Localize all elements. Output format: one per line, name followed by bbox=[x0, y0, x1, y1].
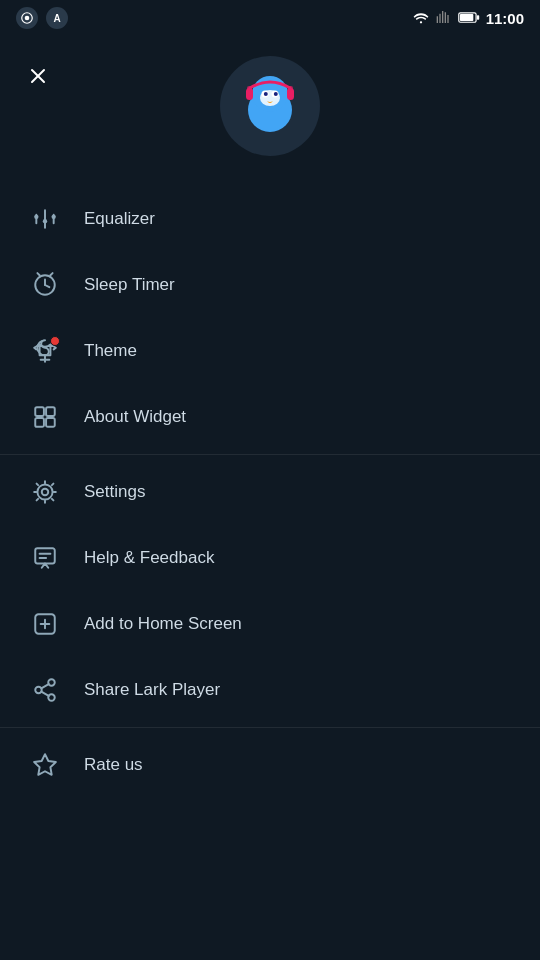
about-widget-label: About Widget bbox=[84, 407, 186, 427]
status-bar: A 11:00 bbox=[0, 0, 540, 36]
rate-us-label: Rate us bbox=[84, 755, 143, 775]
settings-icon bbox=[28, 475, 62, 509]
svg-rect-4 bbox=[476, 15, 478, 20]
app-logo-area bbox=[0, 56, 540, 156]
menu-item-equalizer[interactable]: Equalizer bbox=[0, 186, 540, 252]
wifi-icon bbox=[412, 10, 430, 27]
svg-point-21 bbox=[43, 219, 47, 223]
svg-rect-32 bbox=[46, 407, 55, 416]
menu-item-settings[interactable]: Settings bbox=[0, 459, 540, 525]
svg-marker-48 bbox=[34, 754, 56, 775]
theme-icon bbox=[28, 334, 62, 368]
app-logo-circle bbox=[220, 56, 320, 156]
status-right: 11:00 bbox=[412, 10, 524, 27]
settings-label: Settings bbox=[84, 482, 145, 502]
svg-point-19 bbox=[34, 215, 38, 219]
signal-icon bbox=[436, 10, 452, 27]
menu-item-help-feedback[interactable]: Help & Feedback bbox=[0, 525, 540, 591]
help-feedback-label: Help & Feedback bbox=[84, 548, 214, 568]
svg-line-28 bbox=[50, 273, 52, 275]
svg-point-12 bbox=[264, 92, 268, 96]
theme-badge bbox=[50, 336, 60, 346]
menu-item-rate-us[interactable]: Rate us bbox=[0, 732, 540, 798]
menu-item-sleep-timer[interactable]: Sleep Timer bbox=[0, 252, 540, 318]
theme-label: Theme bbox=[84, 341, 137, 361]
share-label: Share Lark Player bbox=[84, 680, 220, 700]
sleep-timer-label: Sleep Timer bbox=[84, 275, 175, 295]
bird-mascot bbox=[232, 68, 308, 144]
app-icon-2: A bbox=[46, 7, 68, 29]
equalizer-label: Equalizer bbox=[84, 209, 155, 229]
svg-point-13 bbox=[274, 92, 278, 96]
svg-rect-31 bbox=[35, 407, 44, 416]
rate-icon bbox=[28, 748, 62, 782]
time-display: 11:00 bbox=[486, 10, 524, 27]
equalizer-icon bbox=[28, 202, 62, 236]
divider-1 bbox=[0, 454, 540, 455]
share-icon bbox=[28, 673, 62, 707]
svg-rect-37 bbox=[35, 548, 55, 563]
svg-line-46 bbox=[41, 692, 48, 696]
close-button[interactable] bbox=[20, 58, 56, 94]
battery-icon bbox=[458, 10, 480, 27]
svg-point-23 bbox=[52, 215, 56, 219]
status-left: A bbox=[16, 7, 68, 29]
about-widget-icon bbox=[28, 400, 62, 434]
app-icon-1 bbox=[16, 7, 38, 29]
add-home-icon bbox=[28, 607, 62, 641]
svg-line-26 bbox=[45, 285, 49, 287]
menu-item-share[interactable]: Share Lark Player bbox=[0, 657, 540, 723]
menu-list: Equalizer Sleep Timer bbox=[0, 186, 540, 798]
add-home-screen-label: Add to Home Screen bbox=[84, 614, 242, 634]
menu-item-theme[interactable]: Theme bbox=[0, 318, 540, 384]
svg-point-1 bbox=[25, 16, 30, 21]
svg-rect-33 bbox=[35, 418, 44, 427]
svg-rect-34 bbox=[46, 418, 55, 427]
menu-item-about-widget[interactable]: About Widget bbox=[0, 384, 540, 450]
svg-line-27 bbox=[37, 273, 39, 275]
divider-2 bbox=[0, 727, 540, 728]
svg-point-35 bbox=[42, 489, 49, 496]
svg-line-47 bbox=[41, 684, 48, 688]
menu-item-add-home-screen[interactable]: Add to Home Screen bbox=[0, 591, 540, 657]
sleep-timer-icon bbox=[28, 268, 62, 302]
svg-point-36 bbox=[37, 484, 52, 499]
svg-rect-3 bbox=[460, 13, 473, 20]
help-icon bbox=[28, 541, 62, 575]
